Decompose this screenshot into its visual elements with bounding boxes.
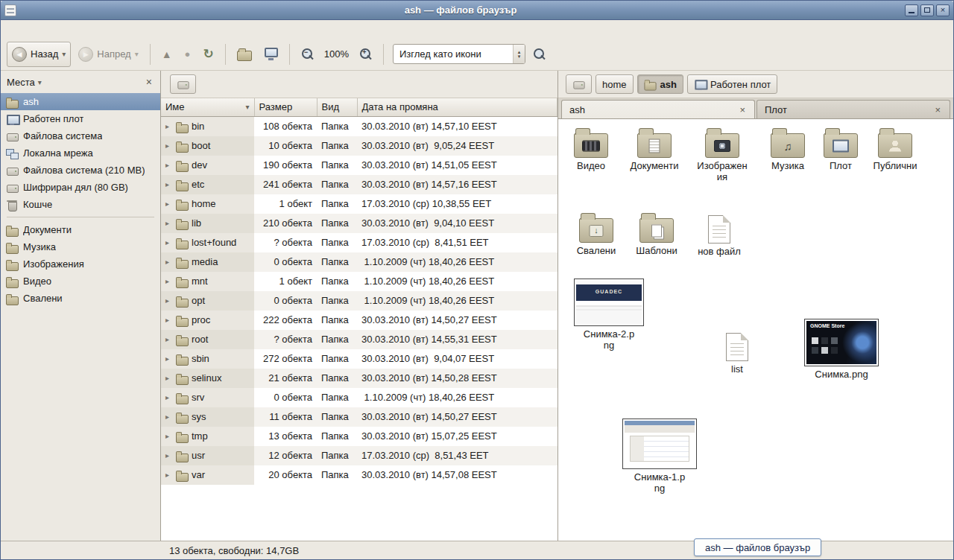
icon-view-item[interactable]: Музика bbox=[761, 127, 815, 172]
expander-icon[interactable]: ▸ bbox=[165, 354, 173, 363]
tab[interactable]: ash × bbox=[561, 100, 755, 118]
search-button[interactable] bbox=[528, 42, 551, 67]
path-button[interactable]: ash bbox=[637, 74, 683, 94]
icon-view-item[interactable]: Документи bbox=[625, 127, 683, 172]
icon-view-item[interactable]: Изображения bbox=[689, 127, 755, 183]
icon-view-item[interactable]: Свалени bbox=[569, 211, 624, 257]
sidebar-item[interactable]: Файлова система (210 MB) bbox=[1, 162, 160, 179]
stop-button[interactable]: ● bbox=[180, 42, 196, 67]
file-row[interactable]: ▸ lost+found ? обекта Папка 17.03.2010 (… bbox=[161, 233, 557, 252]
file-row[interactable]: ▸ etc 241 обекта Папка 30.03.2010 (вт) 1… bbox=[161, 175, 557, 194]
menu-item[interactable] bbox=[17, 20, 31, 38]
menu-item[interactable] bbox=[44, 20, 57, 38]
sidebar-item[interactable]: Шифриран дял (80 GB) bbox=[1, 179, 160, 196]
sidebar-item[interactable]: Свалени bbox=[1, 290, 160, 307]
expander-icon[interactable]: ▸ bbox=[165, 141, 173, 150]
file-row[interactable]: ▸ usr 12 обекта Папка 17.03.2010 (ср) 8,… bbox=[161, 446, 557, 465]
back-button[interactable]: ◀ Назад ▾ bbox=[7, 42, 71, 67]
icon-view-item[interactable]: Видео bbox=[564, 127, 618, 172]
sidebar-item[interactable]: Работен плот bbox=[1, 110, 160, 127]
file-row[interactable]: ▸ bin 108 обекта Папка 30.03.2010 (вт) 1… bbox=[161, 116, 557, 136]
expander-icon[interactable]: ▸ bbox=[165, 122, 173, 130]
file-row[interactable]: ▸ root ? обекта Папка 30.03.2010 (вт) 14… bbox=[161, 330, 557, 349]
column-header-date[interactable]: Дата на промяна bbox=[357, 98, 557, 116]
sidebar-item[interactable]: Изображения bbox=[1, 255, 160, 273]
column-header-name[interactable]: Име▾ bbox=[161, 98, 254, 116]
maximize-button[interactable] bbox=[920, 4, 934, 16]
file-row[interactable]: ▸ var 20 обекта Папка 30.03.2010 (вт) 14… bbox=[161, 465, 557, 485]
view-mode-select[interactable]: Изглед като икони ▴▾ bbox=[393, 44, 525, 64]
expander-icon[interactable]: ▸ bbox=[165, 258, 173, 266]
tab-bar: ash × Плот × bbox=[558, 98, 953, 119]
menu-item[interactable] bbox=[31, 20, 44, 38]
file-row[interactable]: ▸ boot 10 обекта Папка 30.03.2010 (вт) 9… bbox=[161, 136, 557, 156]
places-selector-chevron-icon[interactable]: ▾ bbox=[38, 78, 42, 86]
close-sidebar-button[interactable]: × bbox=[144, 76, 154, 88]
sidebar-item[interactable]: ash bbox=[1, 93, 160, 110]
reload-button[interactable]: ↻ bbox=[198, 42, 218, 67]
sidebar-item[interactable]: Видео bbox=[1, 273, 160, 290]
column-header-size[interactable]: Размер bbox=[254, 98, 317, 116]
expander-icon[interactable]: ▸ bbox=[165, 180, 173, 188]
sidebar-item[interactable]: Локална мрежа bbox=[1, 144, 160, 162]
sidebar-item[interactable]: Файлова система bbox=[1, 127, 160, 144]
file-row[interactable]: ▸ home 1 обект Папка 17.03.2010 (ср) 10,… bbox=[161, 194, 557, 214]
expander-icon[interactable]: ▸ bbox=[165, 277, 173, 285]
expander-icon[interactable]: ▸ bbox=[165, 316, 173, 324]
path-button[interactable]: home bbox=[596, 74, 634, 94]
icon-view-item[interactable]: GUADEC Снимка-2.png bbox=[572, 279, 646, 351]
expander-icon[interactable]: ▸ bbox=[165, 200, 173, 208]
icon-view-item[interactable]: Снимка-1.png bbox=[621, 419, 698, 494]
expander-icon[interactable]: ▸ bbox=[165, 451, 173, 459]
taskbar-window-button[interactable]: ash — файлов браузър bbox=[694, 538, 821, 556]
tab-close-button[interactable]: × bbox=[933, 105, 942, 115]
expander-icon[interactable]: ▸ bbox=[165, 374, 173, 382]
close-button[interactable]: × bbox=[936, 4, 950, 16]
tab[interactable]: Плот × bbox=[756, 100, 950, 118]
file-row[interactable]: ▸ mnt 1 обект Папка 1.10.2009 (чт) 18,40… bbox=[161, 272, 557, 291]
expander-icon[interactable]: ▸ bbox=[165, 432, 173, 440]
left-pathbar-root-button[interactable] bbox=[170, 74, 196, 94]
column-header-type[interactable]: Вид bbox=[317, 98, 357, 116]
sidebar-item[interactable]: Музика bbox=[1, 238, 160, 255]
expander-icon[interactable]: ▸ bbox=[165, 393, 173, 401]
menu-item[interactable] bbox=[57, 20, 71, 38]
sidebar-item[interactable]: Кошче bbox=[1, 196, 160, 213]
tab-close-button[interactable]: × bbox=[738, 105, 747, 115]
file-row[interactable]: ▸ sbin 272 обекта Папка 30.03.2010 (вт) … bbox=[161, 349, 557, 369]
icon-view-item[interactable]: GNOME Store Снимка.png bbox=[803, 319, 880, 381]
zoom-out-button[interactable]: − bbox=[296, 42, 319, 67]
pathbar-root-button[interactable] bbox=[566, 74, 592, 94]
icon-view-item[interactable]: нов файл bbox=[692, 211, 746, 258]
file-row[interactable]: ▸ selinux 21 обекта Папка 30.03.2010 (вт… bbox=[161, 369, 557, 388]
icon-view-item[interactable]: Плот bbox=[818, 127, 864, 172]
file-row[interactable]: ▸ sys 11 обекта Папка 30.03.2010 (вт) 14… bbox=[161, 407, 557, 427]
expander-icon[interactable]: ▸ bbox=[165, 219, 173, 227]
home-button[interactable] bbox=[232, 42, 257, 67]
up-button[interactable]: ▲ bbox=[157, 42, 177, 67]
expander-icon[interactable]: ▸ bbox=[165, 161, 173, 169]
expander-icon[interactable]: ▸ bbox=[165, 471, 173, 479]
file-row[interactable]: ▸ lib 210 обекта Папка 30.03.2010 (вт) 9… bbox=[161, 214, 557, 233]
icon-view-item[interactable]: Публични bbox=[867, 127, 923, 172]
expander-icon[interactable]: ▸ bbox=[165, 413, 173, 421]
expander-icon[interactable]: ▸ bbox=[165, 296, 173, 305]
expander-icon[interactable]: ▸ bbox=[165, 335, 173, 343]
file-row[interactable]: ▸ media 0 обекта Папка 1.10.2009 (чт) 18… bbox=[161, 252, 557, 272]
file-row[interactable]: ▸ dev 190 обекта Папка 30.03.2010 (вт) 1… bbox=[161, 156, 557, 175]
menu-item[interactable] bbox=[4, 20, 17, 38]
zoom-in-button[interactable]: + bbox=[354, 42, 377, 67]
forward-button[interactable]: ▶ Напред ▾ bbox=[73, 42, 143, 67]
icon-view-item[interactable]: list bbox=[712, 329, 762, 375]
file-row[interactable]: ▸ proc 222 обекта Папка 30.03.2010 (вт) … bbox=[161, 311, 557, 330]
minimize-button[interactable] bbox=[905, 4, 918, 16]
path-button[interactable]: Работен плот bbox=[687, 74, 777, 94]
computer-button[interactable] bbox=[259, 42, 283, 67]
menu-item[interactable] bbox=[71, 20, 84, 38]
expander-icon[interactable]: ▸ bbox=[165, 238, 173, 246]
sidebar-item[interactable]: Документи bbox=[1, 221, 160, 238]
icon-view-item[interactable]: Шаблони bbox=[630, 211, 683, 257]
file-row[interactable]: ▸ opt 0 обекта Папка 1.10.2009 (чт) 18,4… bbox=[161, 291, 557, 311]
file-row[interactable]: ▸ tmp 13 обекта Папка 30.03.2010 (вт) 15… bbox=[161, 427, 557, 446]
file-row[interactable]: ▸ srv 0 обекта Папка 1.10.2009 (чт) 18,4… bbox=[161, 388, 557, 407]
